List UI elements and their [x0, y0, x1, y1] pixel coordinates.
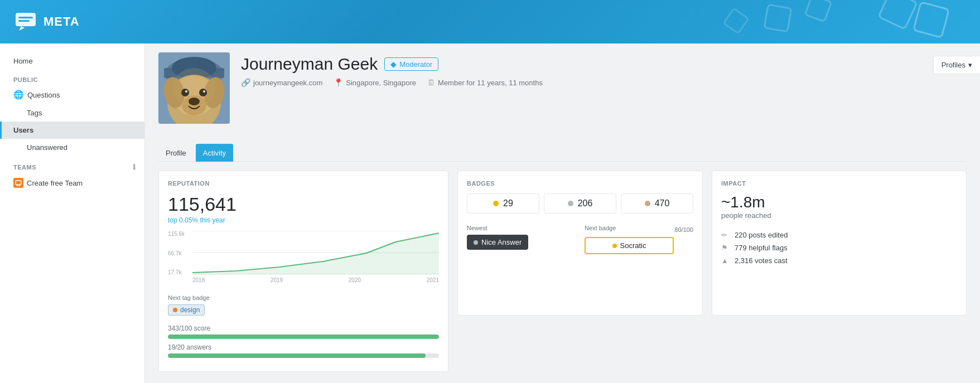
reputation-chart: 115.6k 66.7k 17.7k [168, 231, 439, 287]
impact-label: IMPACT [721, 180, 957, 187]
next-badge-row: Next badge 80/100 [585, 225, 693, 235]
newest-badge-dot [474, 240, 478, 245]
users-label: Users [13, 126, 33, 134]
impact-votes-cast: ▲ 2,316 votes cast [721, 256, 957, 265]
logo[interactable]: META [13, 9, 80, 34]
tab-profile[interactable]: Profile [158, 144, 194, 162]
badges-label: BADGES [467, 180, 693, 187]
svg-marker-23 [192, 233, 439, 274]
progress-section: 343/100 score 19/20 answers [168, 324, 439, 358]
decor-sq-3 [763, 3, 792, 32]
x-label-2018: 2018 [192, 277, 205, 283]
moderator-badge: ◆ Moderator [384, 57, 438, 71]
tag-name: design [180, 306, 200, 314]
reputation-label: REPUTATION [168, 180, 439, 187]
decor-sq-2 [877, 0, 918, 30]
next-badge-dot [612, 244, 617, 248]
calendar-icon: 🗓 [427, 78, 435, 87]
link-icon: 🔗 [241, 78, 250, 87]
diamond-icon: ◆ [390, 60, 397, 69]
public-section-label: PUBLIC [0, 70, 144, 85]
reputation-value: 115,641 [168, 193, 439, 215]
profile-name: Journeyman Geek ◆ Moderator [241, 55, 967, 74]
chart-area [192, 231, 439, 275]
people-reached: people reached [721, 211, 957, 220]
gold-count: 29 [503, 198, 513, 209]
create-team-label: Create free Team [27, 179, 83, 187]
impact-value: ~1.8m [721, 193, 957, 211]
impact-posts-edited: ✏ 220 posts edited [721, 231, 957, 239]
logo-icon [13, 9, 38, 34]
sidebar: Home PUBLIC 🌐 Questions Tags Users Unans… [0, 43, 145, 383]
next-tag-label: Next tag badge [168, 294, 439, 301]
page-layout: Home PUBLIC 🌐 Questions Tags Users Unans… [0, 43, 980, 383]
progress1-bar-fill [168, 334, 439, 339]
y-label-top: 115.6k [168, 231, 185, 237]
progress2-bar-bg [168, 353, 439, 358]
chart-x-labels: 2018 2019 2020 2021 [192, 277, 439, 283]
impact-card: IMPACT ~1.8m people reached ✏ 220 posts … [712, 171, 967, 316]
profile-meta: 🔗 journeymangeek.com 📍 Singapore, Singap… [241, 78, 967, 87]
pencil-icon: ✏ [721, 231, 730, 239]
tab-activity[interactable]: Activity [196, 144, 233, 162]
next-badge-name-box: Socratic [585, 237, 674, 254]
x-label-2020: 2020 [349, 277, 361, 283]
silver-count: 206 [578, 198, 593, 209]
progress1-bar-bg [168, 334, 439, 339]
badges-bottom: Newest Nice Answer Next badge 80/100 [467, 225, 693, 254]
impact-helpful-flags: ⚑ 779 helpful flags [721, 244, 957, 252]
teams-section-label: TEAMS ℹ [0, 156, 144, 173]
profiles-button[interactable]: Profiles ▾ [933, 56, 980, 74]
triangle-up-icon: ▲ [721, 256, 730, 265]
tabs: Profile Activity [158, 144, 967, 162]
cards-row: REPUTATION 115,641 top 0.05% this year 1… [158, 171, 967, 372]
next-badge-label: Next badge [585, 225, 616, 231]
flag-icon: ⚑ [721, 244, 730, 252]
profile-location: 📍 Singapore, Singapore [334, 78, 416, 87]
info-icon: ℹ [133, 163, 136, 171]
sidebar-item-unanswered[interactable]: Unanswered [0, 139, 144, 156]
x-label-2019: 2019 [271, 277, 283, 283]
x-label-2021: 2021 [427, 277, 439, 283]
tag-dot [173, 308, 177, 312]
header: META [0, 0, 980, 43]
teams-icon [13, 178, 23, 188]
silver-badge-box: 206 [544, 193, 616, 214]
questions-label: Questions [27, 91, 60, 99]
logo-text: META [44, 14, 80, 29]
sidebar-item-questions[interactable]: 🌐 Questions [0, 85, 144, 104]
chart-svg [192, 231, 439, 275]
home-label: Home [13, 57, 33, 65]
progress1-label: 343/100 score [168, 324, 439, 332]
profile-header: Journeyman Geek ◆ Moderator 🔗 journeyman… [158, 52, 967, 133]
bronze-count: 470 [655, 198, 670, 209]
newest-badge: Nice Answer [467, 235, 528, 250]
newest-badge-name: Nice Answer [481, 238, 522, 246]
y-label-bot: 17.7k [168, 269, 185, 275]
chevron-down-icon: ▾ [968, 61, 972, 69]
tag-badge[interactable]: design [168, 304, 205, 316]
sidebar-item-tags[interactable]: Tags [0, 104, 144, 122]
main-content: Journeyman Geek ◆ Moderator 🔗 journeyman… [145, 43, 980, 383]
next-badge-section: Next badge 80/100 Socratic [585, 225, 693, 254]
chart-y-labels: 115.6k 66.7k 17.7k [168, 231, 185, 275]
profile-member-since: 🗓 Member for 11 years, 11 months [427, 78, 543, 87]
unanswered-label: Unanswered [27, 143, 67, 152]
sidebar-item-home[interactable]: Home [0, 52, 144, 70]
decor-sq-5 [722, 7, 750, 35]
badges-card: BADGES 29 206 470 [457, 171, 703, 316]
profiles-label: Profiles [942, 61, 965, 69]
sidebar-item-users[interactable]: Users [0, 122, 144, 139]
next-badge-progress: 80/100 [674, 226, 693, 233]
profile-website: 🔗 journeymangeek.com [241, 78, 322, 87]
reputation-percent: top 0.05% this year [168, 216, 439, 224]
svg-rect-4 [16, 181, 21, 185]
avatar [158, 52, 230, 124]
newest-label: Newest [467, 225, 576, 231]
tags-label: Tags [27, 109, 42, 117]
svg-rect-3 [18, 20, 30, 22]
y-label-mid: 66.7k [168, 250, 185, 256]
gold-dot [493, 201, 499, 206]
sidebar-item-create-team[interactable]: Create free Team [0, 173, 144, 192]
location-icon: 📍 [334, 78, 343, 87]
